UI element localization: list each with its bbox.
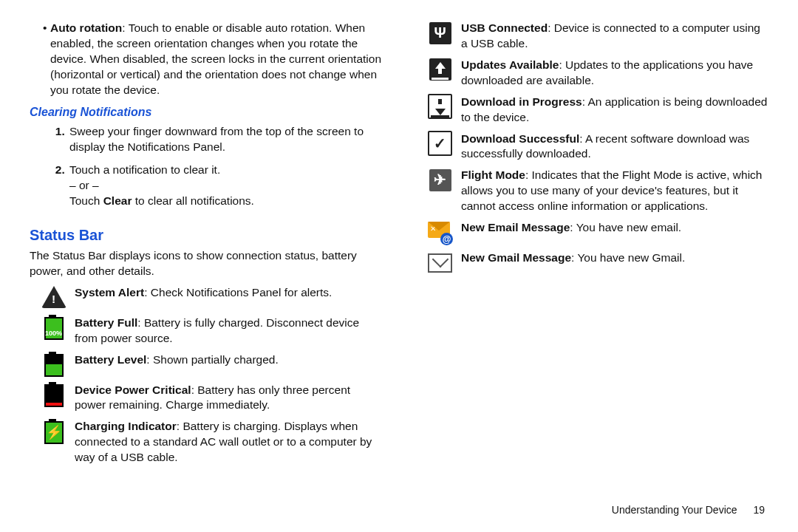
step-2: Touch a notification to clear it. – or –… (68, 163, 382, 209)
row-system-alert: System Alert: Check Notifications Panel … (41, 285, 382, 310)
updates-icon (428, 58, 452, 82)
download-progress-icon (428, 95, 452, 119)
row-new-email: @ New Email Message: You have new email. (428, 220, 768, 245)
page-footer: Understanding Your Device 19 (612, 503, 765, 517)
row-battery-full: Battery Full: Battery is fully charged. … (41, 316, 382, 347)
row-updates-available: Updates Available: Updates to the applic… (428, 58, 768, 89)
row-new-gmail: New Gmail Message: You have new Gmail. (428, 250, 768, 275)
alert-icon (41, 285, 66, 310)
flight-mode-icon: ✈ (428, 168, 452, 192)
bullet-auto-rotation: Auto rotation: Touch to enable or disabl… (43, 21, 382, 98)
row-usb-connected: Ψ USB Connected: Device is connected to … (428, 21, 768, 52)
bullet-text: Auto rotation: Touch to enable or disabl… (50, 21, 382, 98)
battery-full-icon (41, 316, 66, 340)
email-icon: @ (428, 220, 452, 245)
steps-list: Sweep your finger downward from the top … (68, 124, 382, 209)
gmail-icon (428, 250, 452, 275)
row-battery-level: Battery Level: Shown partially charged. (41, 352, 382, 377)
footer-chapter: Understanding Your Device (612, 504, 751, 516)
battery-critical-icon (41, 383, 66, 407)
heading-status-bar: Status Bar (30, 225, 382, 245)
subheading-clearing-notifications: Clearing Notifications (30, 104, 382, 120)
bullet-dot (43, 21, 50, 98)
row-flight-mode: ✈ Flight Mode: Indicates that the Flight… (428, 168, 768, 214)
page-columns: Auto rotation: Touch to enable or disabl… (30, 0, 768, 494)
battery-level-icon (41, 352, 66, 377)
step-1: Sweep your finger downward from the top … (68, 124, 382, 155)
row-power-critical: Device Power Critical: Battery has only … (41, 383, 382, 414)
row-download-progress: Download in Progress: An application is … (428, 95, 768, 126)
footer-page-number: 19 (753, 504, 765, 516)
status-bar-intro: The Status Bar displays icons to show co… (30, 248, 382, 279)
usb-icon: Ψ (428, 21, 452, 45)
row-charging: Charging Indicator: Battery is charging.… (41, 419, 382, 466)
auto-rotation-label: Auto rotation (50, 21, 122, 34)
download-success-icon: ✓ (428, 132, 452, 156)
row-download-successful: ✓ Download Successful: A recent software… (428, 132, 768, 163)
charging-icon (41, 419, 66, 443)
